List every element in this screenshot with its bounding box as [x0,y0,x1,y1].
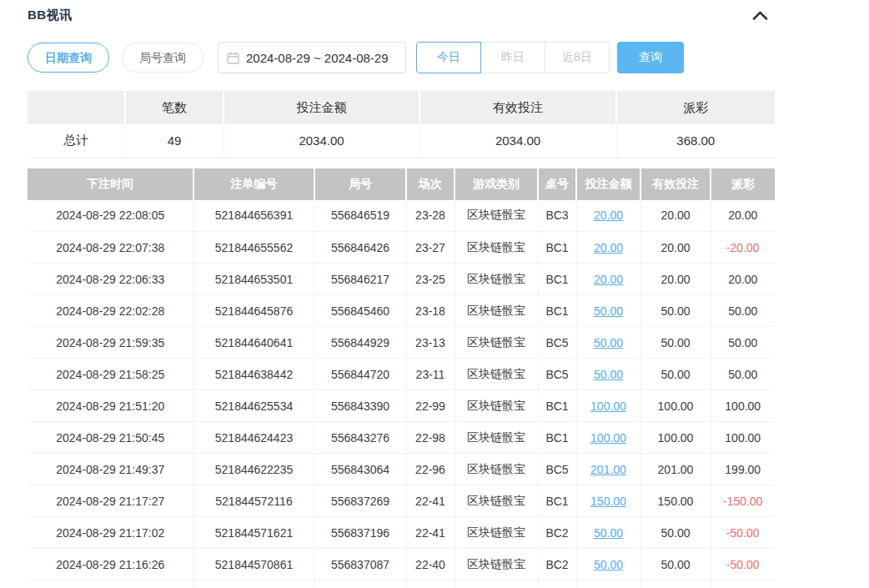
cell-payout: 100.00 [711,422,775,454]
cell-game-type: 区块链骰宝 [455,200,538,232]
quick-filter-today[interactable]: 今日 [416,42,481,73]
cell-game-type: 区块链骰宝 [455,327,538,359]
cell-bet-time: 2024-08-29 21:49:37 [28,454,193,485]
cell-round-number: 556843064 [314,454,406,485]
cell-round-number: 556844720 [314,359,406,390]
cell-session: 23-25 [406,264,455,295]
bet-amount-link[interactable]: 50.00 [594,526,623,540]
cell-table-number: BC5 [538,359,576,390]
cell-session: 22-41 [406,517,455,549]
cell-session: 23-27 [406,232,455,264]
cell-session: 22-98 [406,422,455,454]
bet-amount-link[interactable]: 50.00 [594,368,623,381]
table-row: 2024-08-29 22:07:38521844655562556846426… [28,232,775,264]
cell-bet-number: 521844645876 [193,295,314,327]
cell-game-type: 区块链骰宝 [455,517,538,549]
bet-amount-link[interactable]: 20.00 [594,241,623,254]
summary-header-bet-amount: 投注金额 [224,91,419,124]
cell-game-type: 区块链骰宝 [455,422,538,454]
collapse-button[interactable] [751,9,770,22]
bet-amount-link[interactable]: 50.00 [594,304,623,318]
cell-bet-number: 521844638442 [193,359,314,390]
cell-game-type: 区块链骰宝 [455,232,538,264]
cell-valid-bet [640,580,711,588]
cell-round-number: 556846519 [314,200,406,232]
quick-filter-last8days[interactable]: 近8日 [545,42,610,73]
panel-header: BB视讯 [0,0,869,23]
quick-filter-yesterday[interactable]: 昨日 [480,42,545,73]
cell-payout [711,580,775,588]
cell-session: 23-13 [406,327,455,359]
summary-header-count: 笔数 [125,91,224,124]
summary-table: 笔数 投注金额 有效投注 派彩 总计 49 2034.00 2034.00 36… [28,91,775,158]
cell-bet-number: 521844572116 [193,485,314,517]
summary-header-blank [28,91,125,124]
cell-table-number: BC3 [538,200,576,232]
table-row: 2024-08-29 22:06:33521844653501556846217… [28,264,775,295]
records-header-cell: 注单编号 [193,168,314,200]
bet-amount-link[interactable]: 201.00 [590,463,626,476]
date-range-input[interactable]: 2024-08-29 ~ 2024-08-29 [218,42,406,73]
cell-payout: -50.00 [711,549,775,580]
tab-round-query[interactable]: 局号查询 [122,43,203,73]
cell-game-type: 区块链骰宝 [455,390,538,422]
table-row: 2024-08-29 21:16:26521844570861556837087… [28,549,775,580]
cell-session: 22-96 [406,454,455,485]
bet-amount-link[interactable]: 50.00 [594,558,623,571]
table-row: 2024-08-29 21:59:35521844640641556844929… [28,327,775,359]
cell-bet-amount: 50.00 [576,549,640,580]
cell-round-number: 556837087 [314,549,406,580]
cell-session [406,580,455,588]
cell-bet-time [28,580,193,588]
records-header-cell: 派彩 [711,168,775,200]
cell-bet-time: 2024-08-29 21:59:35 [28,327,193,359]
summary-header-row: 笔数 投注金额 有效投注 派彩 [28,91,775,124]
cell-table-number: BC2 [538,549,576,580]
cell-round-number: 556837269 [314,485,406,517]
cell-payout: 50.00 [711,359,775,390]
table-row-partial [28,580,775,588]
cell-round-number: 556843390 [314,390,406,422]
cell-bet-number: 521844571621 [193,517,314,549]
summary-header-payout: 派彩 [616,91,775,124]
cell-table-number: BC1 [538,422,576,454]
bet-amount-link[interactable]: 20.00 [594,273,623,286]
cell-session: 23-18 [406,295,455,327]
cell-bet-number: 521844655562 [193,232,314,264]
bet-amount-link[interactable]: 50.00 [594,336,623,349]
bet-amount-link[interactable]: 100.00 [590,400,626,413]
tab-date-query[interactable]: 日期查询 [28,43,109,73]
cell-bet-number: 521844653501 [193,264,314,295]
summary-header-valid-bet: 有效投注 [419,91,616,124]
records-table-body: 2024-08-29 22:08:05521844656391556846519… [28,200,775,588]
cell-round-number: 556846217 [314,264,406,295]
records-header-cell: 投注金额 [576,168,640,200]
cell-round-number: 556837196 [314,517,406,549]
cell-bet-number: 521844624423 [193,422,314,454]
cell-bet-number: 521844625534 [193,390,314,422]
cell-bet-number: 521844656391 [193,200,314,232]
summary-total-count: 49 [125,124,224,158]
table-row: 2024-08-29 21:17:27521844572116556837269… [28,485,775,517]
records-header-row: 下注时间注单编号局号场次游戏类别桌号投注金额有效投注派彩 [28,168,775,200]
cell-game-type: 区块链骰宝 [455,359,538,390]
cell-payout: 199.00 [711,454,775,485]
cell-bet-time: 2024-08-29 21:17:27 [28,485,193,517]
calendar-icon [227,52,239,64]
summary-total-payout: 368.00 [616,124,775,158]
cell-table-number: BC1 [538,485,576,517]
search-button[interactable]: 查询 [617,42,684,73]
cell-bet-number [193,580,314,588]
cell-valid-bet: 100.00 [640,390,711,422]
cell-valid-bet: 20.00 [640,264,711,295]
cell-session: 23-11 [406,359,455,390]
bet-amount-link[interactable]: 150.00 [590,495,626,508]
bet-amount-link[interactable]: 100.00 [590,431,626,445]
cell-bet-number: 521844622235 [193,454,314,485]
cell-bet-amount [576,580,640,588]
cell-bet-amount: 20.00 [576,264,640,295]
cell-bet-amount: 100.00 [576,390,640,422]
records-header-cell: 桌号 [538,168,576,200]
cell-round-number: 556846426 [314,232,406,264]
bet-amount-link[interactable]: 20.00 [594,209,623,222]
